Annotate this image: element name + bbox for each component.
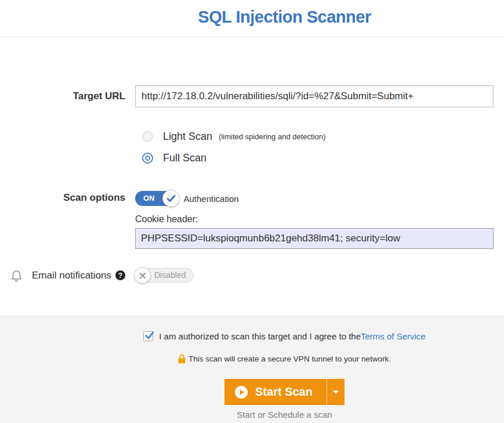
cookie-header-input[interactable] [135, 228, 494, 249]
target-url-field-wrap [135, 85, 494, 107]
bell-icon [10, 269, 23, 282]
x-icon [139, 272, 146, 279]
target-url-label: Target URL [0, 91, 125, 102]
email-notifications-toggle[interactable]: Disabled [135, 268, 194, 283]
full-scan-radio[interactable] [142, 153, 153, 164]
scan-footer: I am authorized to scan this target and … [0, 316, 504, 423]
toggle-knob [162, 190, 180, 207]
checkbox-check-icon [144, 331, 154, 341]
page-title: SQL Injection Scanner [65, 8, 504, 27]
authentication-toggle[interactable]: ON [135, 191, 178, 206]
email-notifications-label: Email notifications [32, 270, 111, 281]
start-scan-button-group: Start Scan [224, 379, 345, 405]
light-scan-hint: (limited spidering and detection) [219, 132, 325, 141]
scan-form: Target URL Light Scan (limited spidering… [0, 85, 504, 283]
email-notifications-row: Email notifications ? Disabled [0, 268, 494, 283]
check-icon [166, 195, 176, 203]
light-scan-radio[interactable] [142, 131, 153, 142]
scan-options-label: Scan options [0, 190, 125, 249]
chevron-down-icon [333, 391, 339, 394]
scan-type-spacer [0, 131, 125, 173]
help-icon[interactable]: ? [115, 270, 125, 280]
cookie-header-label: Cookie header: [135, 214, 494, 225]
authentication-toggle-line: ON Authentication [135, 190, 494, 207]
terms-of-service-link[interactable]: Terms of Service [361, 331, 426, 341]
lock-icon [178, 354, 186, 364]
email-toggle-wrap: Disabled [135, 268, 494, 283]
vpn-notice-row: This scan will create a secure VPN tunne… [178, 354, 391, 364]
scan-options-content: ON Authentication Cookie header: [135, 190, 494, 249]
target-url-input[interactable] [135, 85, 494, 107]
page-header: SQL Injection Scanner [0, 0, 504, 37]
target-url-row: Target URL [0, 85, 494, 107]
scan-type-row: Light Scan (limited spidering and detect… [0, 131, 494, 173]
authentication-toggle-state: ON [143, 194, 155, 203]
light-scan-label: Light Scan [163, 131, 212, 143]
toggle-off-knob [134, 267, 151, 284]
play-icon [235, 386, 248, 399]
start-hint-text: Start or Schedule a scan [237, 410, 332, 420]
light-scan-option[interactable]: Light Scan (limited spidering and detect… [142, 131, 494, 143]
vpn-notice-text: This scan will create a secure VPN tunne… [188, 355, 391, 363]
email-toggle-state: Disabled [154, 270, 186, 280]
full-scan-option[interactable]: Full Scan [142, 152, 494, 164]
start-scan-button[interactable]: Start Scan [224, 379, 327, 405]
authentication-label: Authentication [184, 194, 239, 204]
scan-type-options: Light Scan (limited spidering and detect… [142, 131, 494, 173]
scan-options-row: Scan options ON Authentication Cookie he… [0, 190, 494, 249]
authorization-checkbox[interactable] [143, 331, 153, 341]
start-scan-label: Start Scan [255, 385, 313, 399]
full-scan-label: Full Scan [163, 152, 206, 164]
authorization-row: I am authorized to scan this target and … [143, 331, 425, 341]
start-scan-dropdown-button[interactable] [327, 379, 345, 405]
authorization-text: I am authorized to scan this target and … [159, 331, 361, 341]
sql-injection-scanner-page: SQL Injection Scanner Target URL Light S… [0, 0, 504, 423]
email-notifications-labelgroup: Email notifications ? [0, 269, 125, 282]
